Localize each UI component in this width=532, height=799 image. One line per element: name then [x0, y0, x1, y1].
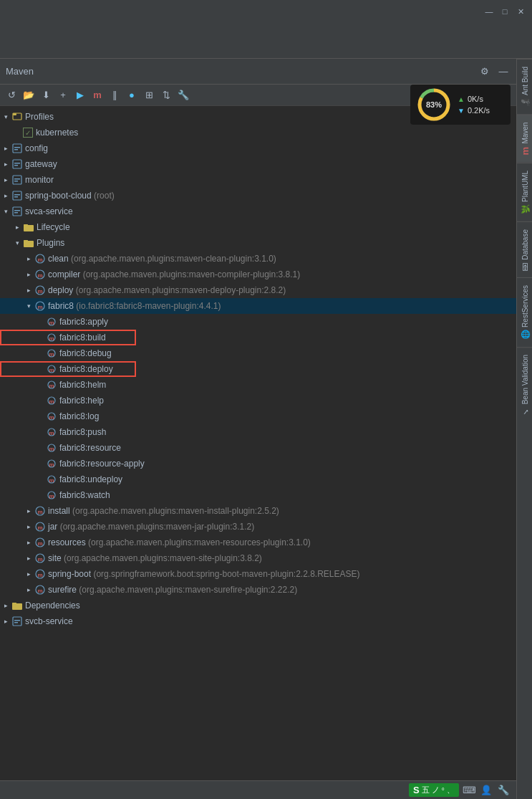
svg-text:m: m — [49, 493, 54, 499]
svg-text:m: m — [37, 509, 42, 515]
tree-item-fabric8-undeploy[interactable]: mfabric8:undeploy — [0, 472, 516, 487]
tree-item-clean[interactable]: mclean (org.apache.maven.plugins:maven-c… — [0, 251, 516, 267]
maven-m-icon[interactable]: m — [90, 88, 105, 102]
tree-item-fabric8-build[interactable]: mfabric8:build — [0, 330, 516, 345]
open-folder-icon[interactable]: 📂 — [21, 88, 36, 102]
tree-item-jar[interactable]: mjar (org.apache.maven.plugins:maven-jar… — [0, 519, 516, 535]
database-tab[interactable]: 🗄 Database — [517, 221, 533, 278]
svg-text:m: m — [37, 556, 42, 563]
show-dependencies-icon[interactable]: ⊞ — [142, 88, 156, 102]
svg-text:m: m — [49, 430, 54, 436]
tree-label-config: config — [25, 143, 48, 153]
tree-item-fabric8-help[interactable]: mfabric8:help — [0, 393, 516, 408]
maven-header: Maven ⚙ — — [0, 59, 516, 85]
skip-tests-icon[interactable]: ‖ — [107, 88, 122, 102]
tree-item-fabric8-log[interactable]: mfabric8:log — [0, 408, 516, 424]
tree-item-kubernetes[interactable]: ✓kubernetes — [0, 125, 516, 140]
svg-rect-8 — [13, 176, 21, 184]
upload-value: 0K/s — [468, 95, 483, 103]
close-button[interactable]: ✕ — [515, 6, 526, 17]
goal-icon: m — [46, 363, 57, 375]
tree-item-fabric8-deploy[interactable]: mfabric8:deploy — [0, 361, 516, 377]
tree-item-install[interactable]: minstall (org.apache.maven.plugins:maven… — [0, 503, 516, 519]
goal-icon: m — [46, 395, 57, 406]
tree-item-svca-service[interactable]: svca-service — [0, 204, 516, 219]
checkbox-kubernetes[interactable]: ✓ — [23, 128, 33, 138]
tree-item-monitor[interactable]: monitor — [0, 172, 516, 188]
add-icon[interactable]: + — [56, 88, 70, 102]
minimize-button[interactable]: — — [483, 6, 495, 17]
database-icon: 🗄 — [521, 262, 529, 270]
tree-item-fabric8-debug[interactable]: mfabric8:debug — [0, 345, 516, 361]
tree-item-lifecycle[interactable]: Lifecycle — [0, 219, 516, 235]
bottom-bar: S 五 ノ ° 、 ⌨ 👤 🔧 — [0, 780, 516, 799]
tree-item-fabric8[interactable]: mfabric8 (io.fabric8:fabric8-maven-plugi… — [0, 298, 516, 314]
svg-rect-9 — [14, 178, 20, 180]
rest-services-tab[interactable]: 🌐 RestServices — [517, 277, 533, 347]
tree-label-spring-boot: spring-boot (org.springframework.boot:sp… — [48, 569, 360, 579]
maven-tab[interactable]: m Maven — [517, 115, 533, 163]
ant-build-tab[interactable]: 🐜 Ant Build — [517, 59, 533, 115]
tree-item-fabric8-push[interactable]: mfabric8:push — [0, 424, 516, 440]
tree-arrow — [0, 190, 11, 201]
tree-container[interactable]: Profiles✓kubernetesconfiggatewaymonitors… — [0, 106, 516, 780]
tree-arrow — [0, 616, 11, 627]
tree-arrow — [23, 552, 34, 564]
plantuml-tab[interactable]: 🌿 PlantUML — [517, 163, 533, 221]
user-icon[interactable]: 👤 — [479, 783, 493, 798]
tree-item-spring-boot[interactable]: mspring-boot (org.springframework.boot:s… — [0, 566, 516, 582]
input-method-indicator: S 五 ノ ° 、 — [409, 783, 459, 797]
tree-label-fabric8-debug: fabric8:debug — [59, 348, 112, 358]
svg-rect-12 — [14, 194, 20, 196]
tree-item-dependencies[interactable]: Dependencies — [0, 598, 516, 613]
plugin-icon: m — [34, 505, 46, 517]
svg-rect-17 — [24, 225, 34, 231]
plantuml-icon: 🌿 — [520, 205, 529, 214]
tree-arrow — [0, 158, 11, 170]
tree-item-site[interactable]: msite (org.apache.maven.plugins:maven-si… — [0, 550, 516, 566]
tree-arrow — [23, 300, 34, 312]
run-icon[interactable]: ▶ — [73, 88, 87, 102]
tree-item-config[interactable]: config — [0, 140, 516, 156]
sort-icon[interactable]: ⇅ — [159, 88, 173, 102]
tree-item-svcb-service[interactable]: svcb-service — [0, 613, 516, 629]
settings-icon[interactable]: ⚙ — [478, 64, 492, 79]
refresh-icon[interactable]: ↺ — [4, 88, 19, 102]
plugin-icon: m — [34, 537, 46, 548]
tree-item-fabric8-watch[interactable]: mfabric8:watch — [0, 487, 516, 503]
add-goal-icon[interactable]: ● — [125, 88, 139, 102]
svg-rect-4 — [14, 149, 18, 150]
tree-item-plugins[interactable]: Plugins — [0, 235, 516, 251]
plugin-icon: m — [34, 284, 46, 296]
tree-label-fabric8-apply: fabric8:apply — [59, 317, 108, 327]
tree-item-gateway[interactable]: gateway — [0, 156, 516, 172]
tree-item-compiler[interactable]: mcompiler (org.apache.maven.plugins:mave… — [0, 267, 516, 282]
goal-icon: m — [46, 411, 57, 422]
keyboard-icon[interactable]: ⌨ — [462, 783, 476, 798]
tree-item-resources[interactable]: mresources (org.apache.maven.plugins:mav… — [0, 535, 516, 550]
svg-text:m: m — [37, 572, 42, 578]
settings-bottom-icon[interactable]: 🔧 — [496, 783, 511, 798]
upload-arrow: ▲ — [458, 95, 465, 103]
bean-validation-tab[interactable]: ✓ Bean Validation — [517, 347, 533, 424]
tree-item-deploy[interactable]: mdeploy (org.apache.maven.plugins:maven-… — [0, 282, 516, 298]
svg-text:m: m — [49, 367, 54, 373]
tree-item-surefire[interactable]: msurefire (org.apache.maven.plugins:mave… — [0, 582, 516, 598]
svg-rect-69 — [14, 622, 18, 623]
collapse-icon[interactable]: — — [496, 64, 511, 79]
tree-item-fabric8-resource[interactable]: mfabric8:resource — [0, 440, 516, 456]
download-icon[interactable]: ⬇ — [39, 88, 53, 102]
performance-widget: 83% ▲ 0K/s ▼ 0.2K/s — [410, 85, 511, 125]
svg-text:m: m — [49, 320, 54, 326]
tree-item-fabric8-apply[interactable]: mfabric8:apply — [0, 314, 516, 330]
goal-icon: m — [46, 474, 57, 485]
tree-item-fabric8-resource-apply[interactable]: mfabric8:resource-apply — [0, 456, 516, 472]
tree-item-fabric8-helm[interactable]: mfabric8:helm — [0, 377, 516, 393]
wrench-icon[interactable]: 🔧 — [176, 88, 190, 102]
tree-label-svca-service: svca-service — [25, 206, 73, 216]
svg-rect-68 — [14, 620, 20, 621]
tree-label-fabric8-resource-apply: fabric8:resource-apply — [59, 459, 145, 469]
maximize-button[interactable]: □ — [499, 6, 511, 17]
tree-arrow — [23, 269, 34, 280]
tree-item-spring-boot-cloud[interactable]: spring-boot-cloud (root) — [0, 188, 516, 204]
